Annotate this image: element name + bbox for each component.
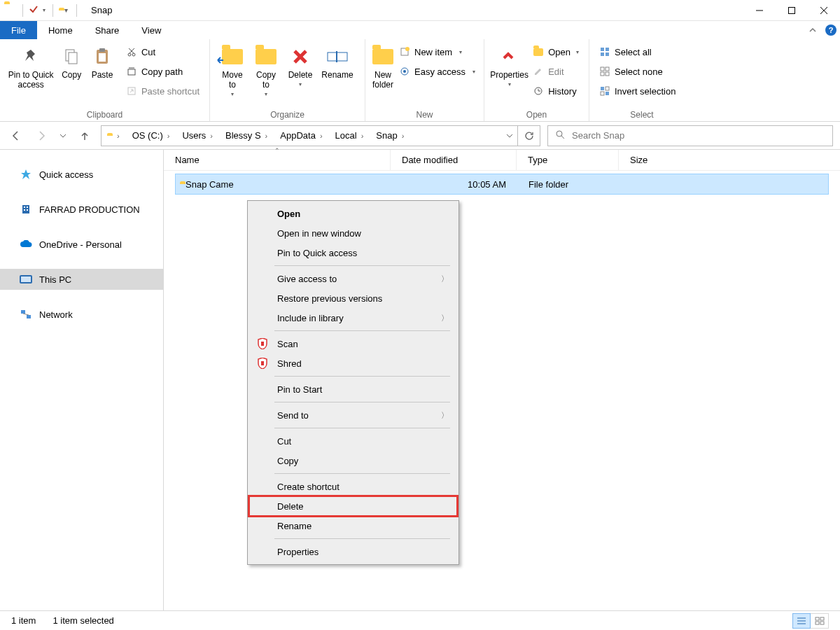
copy-to-button[interactable]: Copy to ▾ bbox=[249, 42, 283, 106]
sidebar-item-this-pc[interactable]: This PC bbox=[0, 269, 163, 290]
column-type[interactable]: Type bbox=[517, 150, 619, 170]
menu-rename[interactable]: Rename bbox=[249, 516, 457, 536]
menu-pin-start[interactable]: Pin to Start bbox=[249, 379, 457, 399]
menu-send-to[interactable]: Send to〉 bbox=[249, 405, 457, 425]
copy-icon bbox=[59, 45, 83, 69]
view-thumbnails-button[interactable] bbox=[811, 613, 829, 629]
qat-separator-2 bbox=[52, 4, 53, 17]
sort-ascending-icon: ⌃ bbox=[274, 147, 280, 154]
view-details-button[interactable] bbox=[792, 613, 811, 629]
menu-scan[interactable]: Scan bbox=[249, 334, 457, 354]
svg-point-37 bbox=[556, 131, 562, 136]
new-folder-button[interactable]: New folder bbox=[371, 42, 395, 106]
title-bar: ▾ ▾ Snap bbox=[0, 0, 840, 21]
open-button[interactable]: Open ▾ bbox=[528, 43, 583, 60]
copy-button[interactable]: Copy bbox=[56, 42, 87, 106]
up-button[interactable] bbox=[76, 127, 94, 145]
close-button[interactable] bbox=[808, 0, 840, 21]
crumb-user[interactable]: Blessy S› bbox=[220, 126, 274, 146]
svg-rect-25 bbox=[601, 48, 604, 51]
forward-button[interactable] bbox=[32, 127, 50, 145]
list-item[interactable]: Snap Came 10:05 AM File folder bbox=[175, 174, 829, 195]
crumb-appdata[interactable]: AppData› bbox=[274, 126, 329, 146]
properties-button[interactable]: Properties ▾ bbox=[490, 42, 528, 106]
search-input[interactable]: Search Snap bbox=[547, 125, 833, 146]
menu-pin-quick-access[interactable]: Pin to Quick access bbox=[249, 243, 457, 262]
history-button[interactable]: History bbox=[528, 83, 583, 99]
edit-button[interactable]: Edit bbox=[528, 63, 583, 80]
menu-delete[interactable]: Delete bbox=[249, 496, 457, 516]
column-name[interactable]: Name ⌃ bbox=[164, 150, 391, 170]
svg-point-23 bbox=[403, 70, 406, 73]
breadcrumb[interactable]: › OS (C:)› Users› Blessy S› AppData› Loc… bbox=[101, 125, 540, 146]
tab-home[interactable]: Home bbox=[37, 21, 84, 39]
menu-properties[interactable]: Properties bbox=[249, 542, 457, 561]
recent-locations-button[interactable] bbox=[57, 127, 69, 145]
qat-dropdown-icon[interactable]: ▾ bbox=[41, 7, 47, 13]
sidebar-item-quick-access[interactable]: Quick access bbox=[0, 164, 163, 185]
sidebar-item-label: Network bbox=[39, 309, 73, 320]
select-none-button[interactable]: Select none bbox=[595, 63, 680, 80]
menu-open-new-window[interactable]: Open in new window bbox=[249, 223, 457, 243]
column-headers: Name ⌃ Date modified Type Size bbox=[164, 150, 840, 171]
menu-separator bbox=[274, 538, 450, 539]
tab-file[interactable]: File bbox=[0, 21, 37, 39]
back-button[interactable] bbox=[7, 127, 25, 145]
sidebar-item-network[interactable]: Network bbox=[0, 304, 163, 325]
svg-rect-41 bbox=[27, 206, 28, 208]
paste-button[interactable]: Paste bbox=[87, 42, 118, 106]
rename-button[interactable]: Rename bbox=[318, 42, 357, 106]
collapse-ribbon-icon[interactable] bbox=[804, 21, 822, 39]
menu-give-access[interactable]: Give access to〉 bbox=[249, 269, 457, 288]
sidebar-item-label: Quick access bbox=[39, 169, 93, 180]
column-date[interactable]: Date modified bbox=[391, 150, 517, 170]
select-all-button[interactable]: Select all bbox=[595, 43, 680, 60]
svg-rect-48 bbox=[261, 361, 264, 365]
pin-quick-access-button[interactable]: Pin to Quick access bbox=[6, 42, 56, 106]
group-label-new: New bbox=[365, 110, 484, 120]
chevron-down-icon: ▾ bbox=[231, 91, 234, 97]
copy-path-button[interactable]: Copy path bbox=[122, 63, 204, 80]
cut-button[interactable]: Cut bbox=[122, 43, 204, 60]
menu-copy[interactable]: Copy bbox=[249, 451, 457, 470]
crumb-local[interactable]: Local› bbox=[330, 126, 371, 146]
sidebar-item-label: OneDrive - Personal bbox=[39, 239, 122, 250]
svg-rect-7 bbox=[99, 48, 105, 52]
move-to-button[interactable]: Move to ▾ bbox=[216, 42, 249, 106]
svg-line-11 bbox=[130, 48, 134, 53]
qat-separator-3 bbox=[76, 4, 77, 17]
tab-view[interactable]: View bbox=[130, 21, 172, 39]
sidebar-item-onedrive[interactable]: OneDrive - Personal bbox=[0, 234, 163, 255]
delete-icon bbox=[288, 45, 312, 69]
menu-separator bbox=[274, 376, 450, 377]
new-item-button[interactable]: New item ▾ bbox=[395, 43, 479, 60]
menu-open[interactable]: Open bbox=[249, 204, 457, 223]
easy-access-button[interactable]: Easy access ▾ bbox=[395, 63, 479, 80]
group-label-open: Open bbox=[484, 110, 589, 120]
refresh-button[interactable] bbox=[517, 125, 540, 146]
delete-button[interactable]: Delete ▾ bbox=[283, 42, 318, 106]
crumb-users[interactable]: Users› bbox=[176, 126, 220, 146]
menu-create-shortcut[interactable]: Create shortcut bbox=[249, 477, 457, 496]
address-dropdown-icon[interactable] bbox=[502, 132, 517, 139]
menu-shred[interactable]: Shred bbox=[249, 354, 457, 373]
svg-rect-53 bbox=[820, 617, 824, 620]
invert-selection-button[interactable]: Invert selection bbox=[595, 83, 680, 99]
star-icon bbox=[20, 168, 32, 181]
sidebar-item-farrad[interactable]: FARRAD PRODUCTION bbox=[0, 199, 163, 220]
history-icon bbox=[533, 85, 544, 97]
menu-restore-versions[interactable]: Restore previous versions bbox=[249, 288, 457, 308]
maximize-button[interactable] bbox=[776, 0, 808, 21]
menu-cut[interactable]: Cut bbox=[249, 431, 457, 451]
crumb-os[interactable]: OS (C:)› bbox=[127, 126, 177, 146]
menu-include-library[interactable]: Include in library〉 bbox=[249, 308, 457, 328]
qat-properties-icon[interactable] bbox=[29, 4, 38, 16]
paste-shortcut-button[interactable]: Paste shortcut bbox=[122, 83, 204, 99]
sidebar-item-label: This PC bbox=[39, 274, 71, 285]
minimize-button[interactable] bbox=[743, 0, 776, 21]
column-size[interactable]: Size bbox=[619, 150, 686, 170]
help-icon[interactable]: ? bbox=[822, 21, 840, 39]
crumb-snap[interactable]: Snap› bbox=[370, 126, 411, 146]
file-type: File folder bbox=[517, 179, 620, 190]
tab-share[interactable]: Share bbox=[84, 21, 131, 39]
